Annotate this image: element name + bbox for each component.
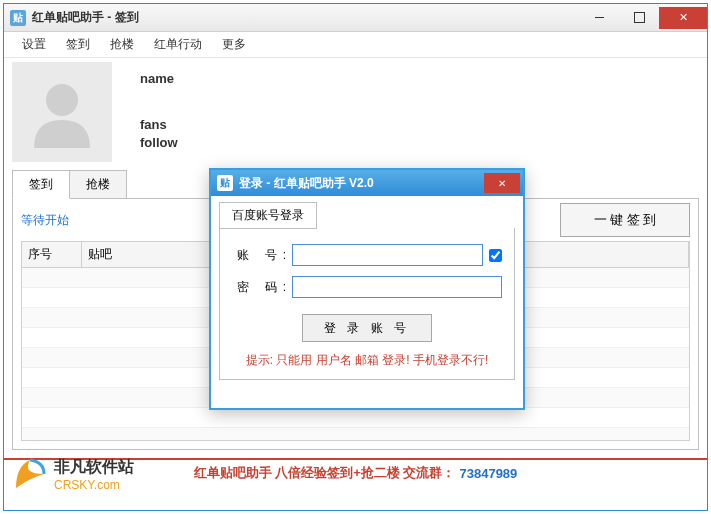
watermark-cn: 非凡软件站: [54, 457, 134, 478]
profile-fans-label: fans: [140, 116, 178, 134]
remember-checkbox[interactable]: [489, 249, 502, 262]
profile-follow-label: follow: [140, 134, 178, 152]
statusbar-text: 红单贴吧助手 八倍经验签到+抢二楼 交流群：: [194, 464, 456, 482]
close-button[interactable]: [659, 7, 707, 29]
dialog-close-button[interactable]: [484, 173, 520, 193]
menu-signin[interactable]: 签到: [56, 36, 100, 53]
app-icon: 贴: [10, 10, 26, 26]
dialog-titlebar: 贴 登录 - 红单贴吧助手 V2.0: [211, 170, 523, 196]
password-input[interactable]: [292, 276, 502, 298]
window-title: 红单贴吧助手 - 签到: [32, 9, 139, 26]
account-input[interactable]: [292, 244, 483, 266]
avatar: [12, 62, 112, 162]
password-label: 密 码:: [232, 279, 292, 296]
avatar-placeholder-icon: [22, 72, 102, 152]
status-text: 等待开始: [21, 212, 69, 229]
dialog-body: 百度账号登录 账 号: 密 码: 登 录 账 号 提示: 只能用 用户名 邮箱 …: [211, 196, 523, 386]
minimize-button[interactable]: [579, 7, 619, 29]
dialog-panel: 账 号: 密 码: 登 录 账 号 提示: 只能用 用户名 邮箱 登录! 手机登…: [219, 228, 515, 380]
dialog-title: 登录 - 红单贴吧助手 V2.0: [239, 175, 374, 192]
titlebar: 贴 红单贴吧助手 - 签到: [4, 4, 707, 32]
watermark: 非凡软件站 CRSKY.com: [10, 438, 134, 510]
watermark-logo-icon: [10, 454, 50, 494]
login-hint: 提示: 只能用 用户名 邮箱 登录! 手机登录不行!: [232, 352, 502, 369]
tab-signin[interactable]: 签到: [12, 170, 70, 199]
profile-panel: name fans follow: [12, 62, 699, 162]
maximize-button[interactable]: [619, 7, 659, 29]
col-seq: 序号: [22, 242, 82, 267]
login-dialog: 贴 登录 - 红单贴吧助手 V2.0 百度账号登录 账 号: 密 码: 登 录 …: [209, 168, 525, 410]
watermark-en: CRSKY.com: [54, 478, 134, 492]
login-button[interactable]: 登 录 账 号: [302, 314, 432, 342]
onekey-signin-button[interactable]: 一 键 签 到: [560, 203, 690, 237]
menu-settings[interactable]: 设置: [12, 36, 56, 53]
menubar: 设置 签到 抢楼 红单行动 更多: [4, 32, 707, 58]
menu-hongdan[interactable]: 红单行动: [144, 36, 212, 53]
menu-more[interactable]: 更多: [212, 36, 256, 53]
profile-info: name fans follow: [112, 62, 178, 162]
statusbar-qq: 73847989: [459, 466, 517, 481]
dialog-tab-baidu[interactable]: 百度账号登录: [219, 202, 317, 229]
profile-name-label: name: [140, 70, 178, 88]
table-row: [22, 408, 689, 428]
dialog-app-icon: 贴: [217, 175, 233, 191]
account-label: 账 号:: [232, 247, 292, 264]
tab-grab[interactable]: 抢楼: [70, 170, 127, 199]
menu-grab[interactable]: 抢楼: [100, 36, 144, 53]
svg-point-0: [46, 84, 78, 116]
